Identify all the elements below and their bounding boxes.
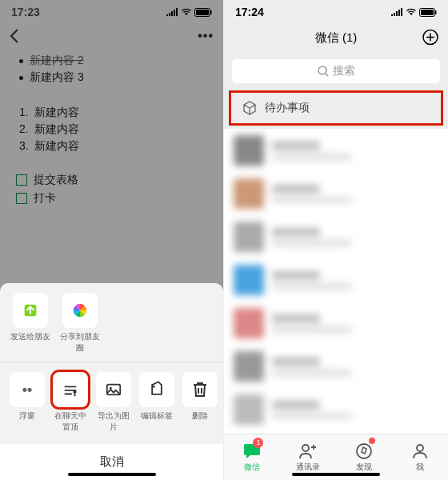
pin-icon: [62, 381, 79, 398]
cube-icon: [242, 101, 257, 115]
chat-row[interactable]: [224, 302, 448, 345]
status-time: 17:23: [11, 6, 40, 18]
share-send-friend[interactable]: 发送给朋友: [10, 293, 51, 354]
person-icon: [411, 442, 429, 460]
action-sheet: 发送给朋友 分享到朋友圈: [0, 283, 223, 480]
chat-row[interactable]: [224, 345, 448, 388]
svg-point-13: [357, 444, 371, 458]
nav-title: 微信 (1): [315, 30, 358, 46]
pinned-todo-item[interactable]: 待办事项: [229, 90, 443, 126]
svg-point-14: [417, 445, 423, 451]
tag-icon: [148, 381, 166, 398]
plus-circle-icon: [422, 29, 438, 45]
status-icons: [391, 8, 437, 17]
badge: 1: [253, 438, 263, 448]
search-input[interactable]: 搜索: [232, 59, 440, 83]
svg-point-12: [302, 445, 309, 451]
nav-bar: 微信 (1): [224, 24, 448, 53]
tab-chats[interactable]: 1 微信: [224, 434, 280, 480]
action-pin-in-chat[interactable]: 在聊天中置顶: [53, 372, 88, 433]
trash-icon: [192, 381, 208, 398]
action-row: •• 浮窗 在聊天中置顶 导出为图片 编辑标签 删除: [0, 362, 223, 438]
share-moments[interactable]: 分享到朋友圈: [59, 293, 101, 354]
tab-me[interactable]: 我: [392, 434, 448, 480]
svg-rect-9: [435, 10, 437, 14]
chat-row[interactable]: [224, 172, 448, 215]
status-time: 17:24: [235, 6, 264, 18]
chat-row[interactable]: [224, 258, 448, 302]
moments-icon: [71, 302, 89, 319]
home-indicator[interactable]: [292, 473, 380, 476]
badge-dot: [369, 438, 375, 444]
action-delete[interactable]: 删除: [182, 372, 218, 433]
chat-list[interactable]: [224, 129, 448, 480]
chat-row[interactable]: [224, 215, 448, 258]
send-friend-icon: [22, 302, 39, 319]
action-edit-tag[interactable]: 编辑标签: [139, 372, 174, 433]
status-bar: 17:24: [224, 0, 448, 24]
svg-rect-2: [210, 10, 212, 14]
status-icons: [166, 8, 212, 17]
action-float[interactable]: •• 浮窗: [10, 372, 45, 433]
svg-point-11: [318, 66, 326, 74]
contacts-icon: [298, 442, 318, 460]
float-icon: ••: [22, 382, 33, 398]
action-export-image[interactable]: 导出为图片: [96, 372, 131, 433]
svg-rect-1: [196, 10, 209, 15]
svg-rect-8: [421, 10, 434, 15]
search-icon: [318, 66, 329, 77]
home-indicator[interactable]: [68, 473, 156, 476]
share-row: 发送给朋友 分享到朋友圈: [0, 283, 223, 358]
chat-row[interactable]: [224, 129, 448, 172]
compass-icon: [355, 442, 373, 460]
add-button[interactable]: [422, 29, 438, 47]
status-bar: 17:23: [0, 0, 223, 24]
chat-row[interactable]: [224, 388, 448, 431]
image-icon: [105, 381, 122, 398]
svg-point-6: [153, 386, 155, 388]
